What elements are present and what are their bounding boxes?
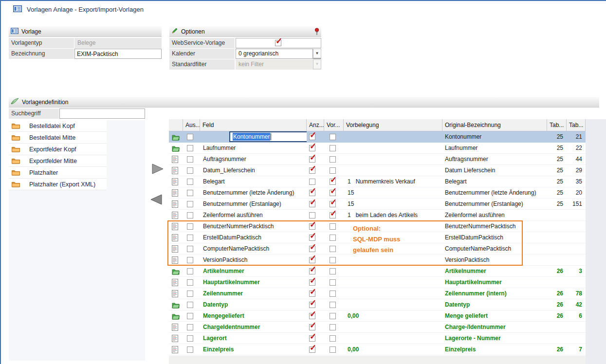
vor-checkbox[interactable] (330, 313, 336, 319)
aus-checkbox[interactable] (187, 145, 193, 151)
table-row[interactable]: Zeilenformel ausführen1 beim Laden des A… (169, 210, 586, 221)
folder-list-item[interactable]: Platzhalter (Export XML) (9, 179, 107, 190)
table-row[interactable]: Benutzernummer (Erstanlage)15Benutzernum… (169, 199, 586, 210)
folder-list-item[interactable]: Bestelldatei Kopf (9, 120, 107, 132)
anz-checkbox[interactable] (309, 212, 315, 218)
aus-checkbox[interactable] (187, 257, 193, 263)
vor-checkbox[interactable] (330, 145, 336, 151)
aus-checkbox[interactable] (187, 190, 193, 196)
anz-checkbox[interactable] (309, 313, 315, 319)
anz-checkbox[interactable] (309, 156, 315, 163)
table-row[interactable]: Benutzernummer (letzte Änderung)15Benutz… (169, 187, 586, 199)
anz-checkbox[interactable] (309, 246, 315, 252)
table-row[interactable]: VersionPacktischVersionPacktisch (169, 255, 586, 266)
anz-checkbox[interactable] (309, 324, 315, 330)
column-header-vorb[interactable]: Vorbelegung (344, 119, 442, 131)
anz-checkbox[interactable] (309, 223, 315, 230)
aus-checkbox[interactable] (187, 302, 193, 308)
anz-checkbox[interactable] (309, 346, 315, 353)
table-row[interactable]: LagerortLagerorte - Nummer (169, 333, 586, 344)
anz-checkbox[interactable] (309, 190, 315, 196)
table-row[interactable]: HauptartikelnummerHauptartikelnummer (169, 277, 586, 288)
anz-checkbox[interactable] (309, 235, 315, 241)
column-header-orig[interactable]: Original-Bezeichnung (442, 119, 547, 131)
bezeichnung-input[interactable] (74, 49, 162, 59)
anz-checkbox[interactable] (309, 302, 315, 308)
aus-checkbox[interactable] (187, 235, 193, 241)
vor-checkbox[interactable] (330, 335, 336, 342)
kalender-dropdown-arrow-icon[interactable]: ▼ (313, 49, 321, 59)
vor-checkbox[interactable] (330, 134, 336, 140)
column-header-aus[interactable]: Aus... (183, 119, 200, 131)
anz-checkbox[interactable] (309, 268, 315, 274)
vor-checkbox[interactable] (330, 201, 336, 207)
anz-checkbox[interactable] (309, 201, 315, 207)
aus-checkbox[interactable] (187, 212, 193, 218)
folder-list-item[interactable]: Platzhalter (9, 167, 107, 179)
table-row[interactable]: ComputerNamePacktischComputerNamePacktis… (169, 243, 586, 255)
table-row[interactable]: ErstellDatumPacktischErstellDatumPacktis… (169, 232, 586, 243)
table-row[interactable]: ZeilennummerZeilennummer (intern)2678 (169, 288, 586, 299)
vor-checkbox[interactable] (330, 302, 336, 308)
anz-checkbox[interactable] (309, 179, 315, 185)
column-header-anz[interactable]: Anz... (307, 119, 324, 131)
column-header-tab2[interactable]: Tab... (567, 119, 586, 131)
vor-checkbox[interactable] (330, 179, 336, 185)
anz-checkbox[interactable] (309, 145, 315, 151)
vor-checkbox[interactable] (330, 190, 336, 196)
webservice-checkbox[interactable] (275, 40, 281, 46)
aus-checkbox[interactable] (187, 268, 193, 274)
column-header-vor[interactable]: Vor... (324, 119, 344, 131)
table-row[interactable]: Datum_LieferscheinDatum Lieferschein2529 (169, 165, 586, 176)
kalender-select[interactable]: 0 gregorianisch (236, 49, 313, 59)
vor-checkbox[interactable] (330, 223, 336, 230)
aus-checkbox[interactable] (187, 223, 193, 230)
aus-checkbox[interactable] (187, 156, 193, 163)
move-left-arrow-button[interactable] (150, 194, 162, 206)
table-row[interactable]: Belegart1 Nummernkreis VerkaufBelegart25… (169, 176, 586, 187)
folder-list-item[interactable]: Bestelldatei Mitte (9, 132, 107, 144)
table-row[interactable]: Mengegeliefert0,00Menge geliefert266 (169, 310, 586, 322)
vor-checkbox[interactable] (330, 279, 336, 286)
aus-checkbox[interactable] (187, 324, 193, 330)
aus-checkbox[interactable] (187, 313, 193, 319)
suchbegriff-input[interactable] (59, 109, 145, 119)
aus-checkbox[interactable] (187, 291, 193, 297)
vor-checkbox[interactable] (330, 212, 336, 218)
feld-edit-box[interactable]: Kontonummer (229, 131, 307, 142)
vor-checkbox[interactable] (330, 291, 336, 297)
aus-checkbox[interactable] (187, 246, 193, 252)
folder-list-item[interactable]: Exportfelder Kopf (9, 144, 107, 155)
column-header-tab1[interactable]: Tab... (547, 119, 567, 131)
vor-checkbox[interactable] (330, 324, 336, 330)
table-row[interactable]: DatentypDatentyp2642 (169, 299, 586, 310)
table-row[interactable]: Einzelpreis0,00Einzelpreis267 (169, 344, 586, 355)
vor-checkbox[interactable] (330, 156, 336, 163)
table-row[interactable]: BenutzerNummerPacktischBenutzerNummerPac… (169, 221, 586, 232)
table-row[interactable]: ArtikelnummerArtikelnummer263 (169, 266, 586, 277)
column-header-rowicon[interactable] (169, 119, 183, 131)
aus-checkbox[interactable] (187, 346, 193, 353)
table-row[interactable]: AuftragsnummerAuftragsnummer2544 (169, 154, 586, 165)
anz-checkbox[interactable] (309, 279, 315, 286)
vor-checkbox[interactable] (330, 346, 336, 353)
anz-checkbox[interactable] (309, 134, 315, 140)
aus-checkbox[interactable] (187, 201, 193, 207)
anz-checkbox[interactable] (309, 167, 315, 174)
aus-checkbox[interactable] (187, 167, 193, 174)
vor-checkbox[interactable] (330, 246, 336, 252)
aus-checkbox[interactable] (187, 335, 193, 342)
vor-checkbox[interactable] (330, 167, 336, 174)
vor-checkbox[interactable] (330, 235, 336, 241)
aus-checkbox[interactable] (187, 134, 193, 140)
anz-checkbox[interactable] (309, 257, 315, 263)
table-row[interactable]: LaufnummerLaufnummer2522 (169, 143, 586, 154)
anz-checkbox[interactable] (309, 291, 315, 297)
table-row[interactable]: KontonummerKontonummer2521 (169, 131, 586, 143)
move-right-arrow-button[interactable] (152, 164, 164, 176)
column-header-feld[interactable]: Feld (200, 119, 307, 131)
table-row[interactable]: ChargeIdentnummerCharge-/Identnummer (169, 322, 586, 333)
aus-checkbox[interactable] (187, 279, 193, 286)
aus-checkbox[interactable] (187, 179, 193, 185)
folder-list-item[interactable]: Exportfelder Mitte (9, 155, 107, 167)
